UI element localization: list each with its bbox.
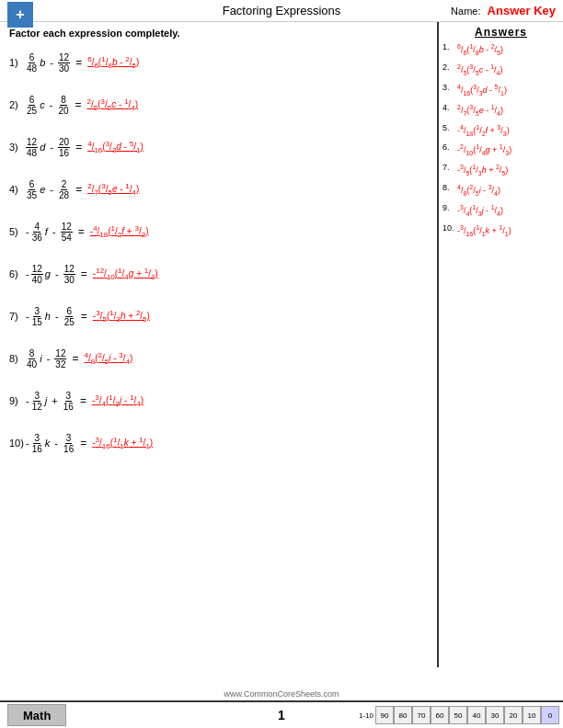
problem-8: 8) 840 i - 1232 = 4/8(2/5i - 3/4) xyxy=(9,342,428,375)
equals-9: = xyxy=(80,394,86,407)
expr-9: -312 j + 316 xyxy=(26,391,75,412)
score-10: 10 xyxy=(523,706,541,724)
problem-num-9: 9) xyxy=(9,395,26,406)
score-70: 70 xyxy=(412,706,431,724)
page-title: Factoring Expressions xyxy=(223,4,341,17)
equals-3: = xyxy=(75,141,82,154)
answer-1: 6/6(1/8b - 2/5) xyxy=(87,55,139,70)
ak-answer-6: -2/10(1/4g + 1/3) xyxy=(457,142,511,157)
answer-2: 2/5(3/5c - 1/4) xyxy=(87,97,139,112)
answer-10: -3/16(1/1k + 1/1) xyxy=(92,436,153,450)
header: + Factoring Expressions Name: Answer Key xyxy=(0,0,563,22)
answer-key-panel: Answers 1. 6/6(1/8b - 2/5) 2. 2/5(3/5c -… xyxy=(439,22,563,667)
logo: + xyxy=(7,2,33,28)
ak-answer-4: 2/7(3/5e - 1/4) xyxy=(457,103,503,118)
expr-7: -315 h - 625 xyxy=(26,306,75,327)
ak-answer-7: -3/5(1/3h + 2/5) xyxy=(457,163,508,177)
ak-item-7: 7. -3/5(1/3h + 2/5) xyxy=(442,163,559,177)
problem-9: 9) -312 j + 316 = -3/4(1/3j - 1/4) xyxy=(9,384,428,417)
ak-item-8: 8. 4/8(2/5i - 3/4) xyxy=(442,183,559,198)
expr-5: -436 f - 1254 xyxy=(26,222,73,243)
answers-title: Answers xyxy=(442,26,559,39)
expr-6: -1240 g - 1230 xyxy=(26,264,75,285)
ak-answer-9: -3/4(1/3j - 1/4) xyxy=(457,203,503,218)
problem-10: 10) -316 k - 316 = -3/16(1/1k + 1/1) xyxy=(9,427,428,460)
problem-num-8: 8) xyxy=(9,353,26,364)
answer-9: -3/4(1/3j - 1/4) xyxy=(92,393,144,408)
ak-num-1: 1. xyxy=(442,42,457,51)
ak-item-4: 4. 2/7(3/5e - 1/4) xyxy=(442,103,559,118)
score-50: 50 xyxy=(449,706,467,724)
problem-num-5: 5) xyxy=(9,226,26,237)
score-90: 90 xyxy=(375,706,394,724)
problem-num-10: 10) xyxy=(9,438,26,449)
ak-answer-5: -4/18(1/2f + 3/3) xyxy=(457,123,510,138)
score-40: 40 xyxy=(467,706,486,724)
ak-answer-2: 2/5(3/5c - 1/4) xyxy=(457,63,502,77)
score-boxes: 1-10 90 80 70 60 50 40 30 20 10 0 xyxy=(359,706,559,724)
problem-num-7: 7) xyxy=(9,311,26,322)
answer-3: 4/16(3/3d - 5/1) xyxy=(87,140,144,154)
score-30: 30 xyxy=(486,706,504,724)
score-20: 20 xyxy=(504,706,523,724)
problem-5: 5) -436 f - 1254 = -4/18(1/2f + 3/3) xyxy=(9,215,428,248)
answer-6: -12/10(1/4g + 1/3) xyxy=(93,267,158,281)
ak-num-4: 4. xyxy=(442,103,457,112)
expr-8: 840 i - 1232 xyxy=(26,348,66,370)
answer-key-label: Answer Key xyxy=(488,4,556,17)
ak-answer-1: 6/6(1/8b - 2/5) xyxy=(457,42,503,57)
ak-num-7: 7. xyxy=(442,163,457,172)
ak-item-10: 10. -3/16(1/1k + 1/1) xyxy=(442,223,559,238)
ak-num-6: 6. xyxy=(442,142,457,152)
problem-4: 4) 635 e - 228 = 2/7(3/5e - 1/4) xyxy=(9,173,428,206)
answer-4: 2/7(3/5e - 1/4) xyxy=(87,182,139,197)
ak-num-10: 10. xyxy=(442,223,457,233)
name-label: Name: Answer Key xyxy=(451,4,556,17)
ak-item-9: 9. -3/4(1/3j - 1/4) xyxy=(442,203,559,218)
problem-1: 1) 648 b - 1230 = 6/6(1/8b - 2/5) xyxy=(9,46,428,79)
ak-num-8: 8. xyxy=(442,183,457,192)
ak-answer-10: -3/16(1/1k + 1/1) xyxy=(457,223,511,238)
problem-num-1: 1) xyxy=(9,57,26,68)
website: www.CommonCoreSheets.com xyxy=(0,689,563,699)
expr-4: 635 e - 228 xyxy=(26,179,70,200)
page-number: 1 xyxy=(278,708,285,722)
math-badge: Math xyxy=(7,704,66,726)
equals-7: = xyxy=(81,310,87,323)
problem-3: 3) 1248 d - 2016 = 4/16(3/3d - 5/1) xyxy=(9,131,428,164)
problem-6: 6) -1240 g - 1230 = -12/10(1/4g + 1/3) xyxy=(9,257,428,290)
problem-2: 2) 625 c - 820 = 2/5(3/5c - 1/4) xyxy=(9,88,428,121)
ak-item-3: 3. 4/16(3/3d - 5/1) xyxy=(442,83,559,97)
answer-8: 4/8(2/5i - 3/4) xyxy=(85,351,133,366)
equals-4: = xyxy=(75,183,82,196)
ak-num-3: 3. xyxy=(442,83,457,92)
problem-num-3: 3) xyxy=(9,142,26,153)
equals-6: = xyxy=(81,267,87,280)
ak-num-5: 5. xyxy=(442,123,457,132)
problem-7: 7) -315 h - 625 = -3/5(1/3h + 2/5) xyxy=(9,300,428,333)
ak-item-5: 5. -4/18(1/2f + 3/3) xyxy=(442,123,559,138)
worksheet: Factor each expression completely. 1) 64… xyxy=(0,22,439,667)
expr-3: 1248 d - 2016 xyxy=(26,137,70,158)
bottom-bar: Math 1 1-10 90 80 70 60 50 40 30 20 10 0 xyxy=(0,700,563,728)
ak-num-9: 9. xyxy=(442,203,457,212)
ak-answer-8: 4/8(2/5i - 3/4) xyxy=(457,183,500,198)
expr-10: -316 k - 316 xyxy=(26,433,75,454)
problem-num-4: 4) xyxy=(9,184,26,195)
expr-2: 625 c - 820 xyxy=(26,95,70,116)
answer-7: -3/5(1/3h + 2/5) xyxy=(93,309,150,324)
ak-item-1: 1. 6/6(1/8b - 2/5) xyxy=(442,42,559,57)
score-60: 60 xyxy=(431,706,449,724)
answer-5: -4/18(1/2f + 3/3) xyxy=(90,224,149,239)
equals-2: = xyxy=(75,98,82,111)
expr-1: 648 b - 1230 xyxy=(26,52,70,74)
ak-answer-3: 4/16(3/3d - 5/1) xyxy=(457,83,507,97)
ak-num-2: 2. xyxy=(442,63,457,72)
score-0: 0 xyxy=(541,706,559,724)
ak-item-6: 6. -2/10(1/4g + 1/3) xyxy=(442,142,559,157)
score-80: 80 xyxy=(394,706,412,724)
ak-item-2: 2. 2/5(3/5c - 1/4) xyxy=(442,63,559,77)
main-layout: Factor each expression completely. 1) 64… xyxy=(0,22,563,667)
score-label: 1-10 xyxy=(359,711,373,720)
problem-num-2: 2) xyxy=(9,99,26,110)
